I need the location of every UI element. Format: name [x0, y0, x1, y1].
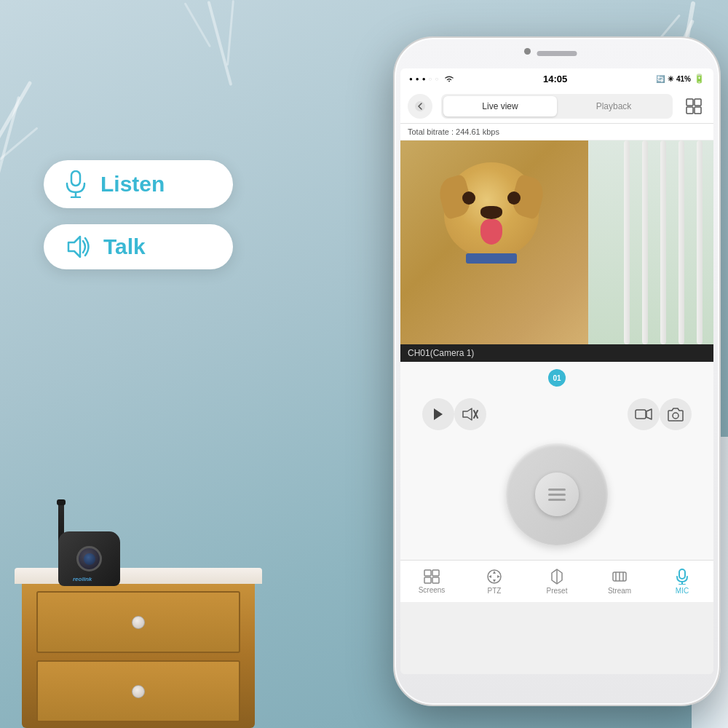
dog-nose	[480, 206, 502, 219]
bluetooth-icon: ✳	[668, 75, 673, 83]
dog-eye-right	[507, 191, 521, 205]
svg-point-15	[673, 413, 678, 419]
mic-tab-icon	[676, 569, 689, 585]
ptz-indicator: 01	[408, 369, 706, 387]
status-time: 14:05	[543, 74, 567, 84]
camera-device: reolink	[51, 513, 131, 586]
battery-icon: 🔋	[694, 74, 705, 84]
gps-icon: 🔄	[656, 75, 665, 83]
ptz-joystick[interactable]	[506, 443, 608, 545]
phone-camera	[524, 48, 531, 55]
preset-tab-label: Preset	[547, 587, 568, 595]
bottom-tab-bar: Screens PTZ	[400, 560, 713, 602]
speaker-icon	[64, 235, 90, 258]
tab-playback[interactable]: Playback	[557, 96, 670, 116]
phone-speaker	[537, 51, 577, 56]
mute-button[interactable]	[454, 398, 486, 430]
svg-marker-14	[646, 409, 652, 419]
talk-label: Talk	[103, 234, 146, 259]
drawer-knob-bottom	[132, 685, 145, 698]
svg-rect-5	[687, 99, 693, 106]
svg-point-4	[415, 101, 425, 111]
crib-bar-3	[660, 141, 666, 344]
video-feed	[400, 141, 713, 344]
svg-marker-22	[493, 579, 496, 582]
crib-bar-5	[624, 141, 630, 344]
svg-rect-0	[71, 171, 80, 186]
svg-marker-23	[488, 575, 491, 578]
control-buttons-row	[408, 392, 706, 436]
dog-illustration	[430, 162, 546, 293]
svg-rect-31	[679, 569, 685, 579]
joystick-line-3	[548, 499, 566, 501]
preset-tab-icon	[549, 569, 565, 585]
svg-rect-13	[636, 410, 646, 419]
controls-area: 01	[400, 362, 713, 560]
svg-rect-6	[695, 99, 701, 106]
play-button[interactable]	[422, 398, 454, 430]
battery-percent: 41%	[676, 75, 691, 83]
tab-screens[interactable]: Screens	[400, 561, 463, 602]
stream-tab-icon	[612, 569, 628, 585]
signal-dot-3: ●	[422, 76, 426, 82]
svg-rect-7	[687, 107, 693, 114]
svg-marker-9	[434, 408, 443, 420]
status-right-icons: 🔄 ✳ 41% 🔋	[656, 74, 705, 84]
tab-mic[interactable]: MIC	[651, 561, 713, 602]
dog-eye-left	[462, 191, 475, 205]
crib-bar-2	[678, 141, 684, 344]
phone-container: ● ● ● ○ ○ 14:05 🔄 ✳	[393, 36, 721, 706]
channel-number: 01	[548, 369, 566, 387]
microphone-icon	[64, 170, 87, 198]
svg-marker-24	[497, 575, 500, 578]
camera-body: reolink	[58, 531, 120, 586]
dresser-drawer-top	[36, 591, 240, 653]
joystick-handle[interactable]	[535, 472, 579, 516]
channel-label: CH01(Camera 1)	[400, 344, 713, 362]
mic-tab-label: MIC	[676, 587, 689, 595]
svg-rect-16	[424, 570, 431, 576]
phone-outer: ● ● ● ○ ○ 14:05 🔄 ✳	[393, 36, 721, 706]
screens-tab-label: Screens	[419, 586, 446, 594]
tab-stream[interactable]: Stream	[588, 561, 651, 602]
dresser-drawer-bottom	[36, 660, 240, 722]
signal-dot-5: ○	[435, 76, 438, 82]
listen-label: Listen	[100, 172, 165, 197]
feature-bubbles: Listen Talk	[44, 160, 233, 285]
record-button[interactable]	[628, 398, 660, 430]
svg-marker-3	[68, 237, 80, 257]
snapshot-button[interactable]	[660, 398, 692, 430]
dog-head	[444, 162, 539, 257]
ptz-joystick-container	[408, 443, 706, 545]
svg-rect-8	[695, 107, 701, 114]
signal-dot-1: ●	[409, 76, 413, 82]
grid-view-icon[interactable]	[681, 94, 706, 119]
app-header: Live view Playback	[400, 89, 713, 124]
dog-collar	[466, 253, 517, 264]
status-signal: ● ● ● ○ ○	[409, 75, 454, 82]
signal-dot-2: ●	[416, 76, 419, 82]
tab-live-view[interactable]: Live view	[443, 96, 557, 116]
svg-marker-10	[463, 408, 472, 420]
stream-tab-label: Stream	[608, 587, 631, 595]
dog-tongue	[480, 219, 502, 245]
svg-marker-21	[493, 571, 496, 574]
talk-bubble[interactable]: Talk	[44, 224, 233, 269]
tab-ptz[interactable]: PTZ	[463, 561, 526, 602]
listen-bubble[interactable]: Listen	[44, 160, 233, 208]
back-button[interactable]	[408, 94, 432, 119]
phone-screen: ● ● ● ○ ○ 14:05 🔄 ✳	[400, 68, 713, 674]
crib-bar-4	[642, 141, 648, 344]
camera-antenna-tip	[57, 499, 66, 505]
tab-preset[interactable]: Preset	[526, 561, 588, 602]
screens-tab-icon	[424, 569, 440, 584]
dog-scene	[400, 141, 713, 344]
dresser-body	[22, 584, 255, 728]
drawer-knob-top	[132, 616, 145, 629]
joystick-line-2	[548, 494, 566, 496]
ptz-tab-label: PTZ	[488, 587, 502, 595]
view-tabs: Live view Playback	[441, 94, 673, 119]
svg-rect-18	[424, 577, 431, 583]
ptz-tab-icon	[486, 569, 502, 585]
svg-rect-19	[432, 577, 439, 583]
